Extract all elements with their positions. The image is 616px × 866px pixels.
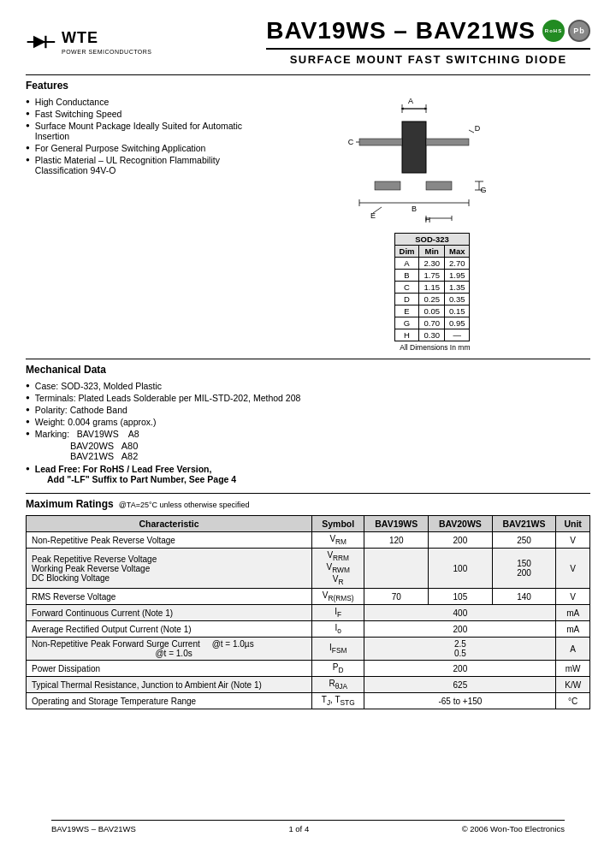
row-vrrm: Peak Repetitive Reverse VoltageWorking P…	[27, 549, 590, 589]
footer-right: © 2006 Won-Too Electronics	[462, 824, 565, 833]
col-characteristic: Characteristic	[27, 516, 312, 532]
features-list: High Conductance Fast Switching Speed Su…	[26, 97, 265, 175]
dim-col-dim: Dim	[394, 246, 419, 258]
col-bav19ws: BAV19WS	[364, 516, 429, 532]
row-ifsm: Non-Repetitive Peak Forward Surge Curren…	[27, 638, 590, 661]
char-vrrm: Peak Repetitive Reverse VoltageWorking P…	[27, 549, 312, 589]
feature-item-3: Surface Mount Package Ideally Suited for…	[26, 121, 265, 141]
dim-row-C: C1.151.35	[394, 282, 470, 294]
logo-arrow-icon	[26, 30, 56, 54]
mech-item-polarity: Polarity: Cathode Band	[26, 405, 368, 415]
mech-item-terminals: Terminals: Plated Leads Solderable per M…	[26, 393, 368, 403]
feature-item-1: High Conductance	[26, 97, 265, 107]
ratings-divider	[26, 493, 590, 494]
mech-title: Mechanical Data	[26, 364, 590, 377]
feature-item-4: For General Purpose Switching Applicatio…	[26, 143, 265, 153]
dimension-table: SOD-323 Dim Min Max A2.302.70	[394, 233, 471, 341]
product-subtitle: SURFACE MOUNT FAST SWITCHING DIODE	[266, 48, 590, 66]
logo-text-block: WTE POWER SEMICONDUCTORS	[62, 29, 152, 55]
sym-vrms: VR(RMS)	[311, 589, 364, 605]
ratings-table: Characteristic Symbol BAV19WS BAV20WS BA…	[26, 515, 590, 709]
sym-if: IF	[311, 605, 364, 621]
svg-line-24	[373, 207, 382, 213]
dim-row-A: A2.302.70	[394, 258, 470, 270]
ratings-title: Maximum Ratings @TA=25°C unless otherwis…	[26, 498, 590, 510]
features-title: Features	[26, 80, 265, 93]
logo-name: WTE	[62, 29, 152, 47]
mech-item-marking: Marking: BAV19WS A8	[26, 429, 368, 439]
svg-text:C: C	[348, 138, 354, 146]
col-bav21ws: BAV21WS	[492, 516, 556, 532]
dim-row-G: G0.700.95	[394, 317, 470, 329]
features-column: Features High Conductance Fast Switching…	[26, 80, 265, 352]
sym-rthja: RθJA	[311, 677, 364, 693]
row-pd: Power Dissipation PD 200 mW	[27, 661, 590, 677]
svg-rect-8	[426, 181, 452, 190]
part-number-title: BAV19WS – BAV21WS RoHS Pb	[266, 17, 590, 44]
svg-marker-1	[33, 35, 45, 47]
row-rthja: Typical Thermal Resistance, Junction to …	[27, 677, 590, 693]
features-mech-layout: Features High Conductance Fast Switching…	[26, 80, 590, 352]
company-logo: WTE POWER SEMICONDUCTORS	[26, 29, 152, 55]
sym-vrrm: VRRMVRWMVR	[311, 549, 364, 589]
row-vrms: RMS Reverse Voltage VR(RMS) 70 105 140 V	[27, 589, 590, 605]
dim-row-B: B1.751.95	[394, 270, 470, 282]
footer-center: 1 of 4	[288, 824, 309, 833]
char-temp: Operating and Storage Temperature Range	[27, 693, 312, 709]
dim-row-D: D0.250.35	[394, 294, 470, 305]
sym-pd: PD	[311, 661, 364, 677]
svg-text:B: B	[412, 205, 417, 213]
svg-rect-5	[359, 139, 402, 145]
char-io: Average Rectified Output Current (Note 1…	[27, 621, 312, 638]
char-if: Forward Continuous Current (Note 1)	[27, 605, 312, 621]
mech-item-case: Case: SOD-323, Molded Plastic	[26, 381, 368, 391]
mech-item-leadfree: Lead Free: For RoHS / Lead Free Version,…	[26, 464, 368, 484]
mech-item-weight: Weight: 0.004 grams (approx.)	[26, 417, 368, 427]
svg-rect-4	[402, 122, 426, 173]
col-bav20ws: BAV20WS	[429, 516, 493, 532]
marking-bav20: BAV20WS A80	[26, 441, 590, 451]
char-vrms: RMS Reverse Voltage	[27, 589, 312, 605]
package-diagram: A B C D E G	[334, 83, 530, 224]
mech-list: Case: SOD-323, Molded Plastic Terminals:…	[26, 381, 368, 441]
svg-text:A: A	[408, 97, 413, 105]
char-rthja: Typical Thermal Resistance, Junction to …	[27, 677, 312, 693]
dim-note: All Dimensions In mm	[394, 343, 471, 352]
sym-io: Io	[311, 621, 364, 638]
dim-row-E: E0.050.15	[394, 305, 470, 317]
mech-divider	[26, 359, 590, 359]
ratings-subtitle: @TA=25°C unless otherwise specified	[119, 501, 250, 509]
dim-col-min: Min	[419, 246, 445, 258]
marking-bav21: BAV21WS A82	[26, 451, 590, 461]
diagram-area: A B C D E G	[274, 80, 590, 352]
page-header: WTE POWER SEMICONDUCTORS BAV19WS – BAV21…	[26, 17, 590, 66]
rohs-badge: RoHS	[542, 20, 565, 42]
mech-lead-free: Lead Free: For RoHS / Lead Free Version,…	[26, 464, 368, 484]
dim-row-H: H0.30—	[394, 329, 470, 341]
svg-text:D: D	[475, 124, 481, 133]
logo-subtitle: POWER SEMICONDUCTORS	[62, 49, 152, 55]
svg-text:E: E	[370, 211, 376, 220]
max-ratings-section: Maximum Ratings @TA=25°C unless otherwis…	[26, 493, 590, 709]
col-unit: Unit	[556, 516, 590, 532]
row-temp: Operating and Storage Temperature Range …	[27, 693, 590, 709]
dim-col-max: Max	[444, 246, 470, 258]
footer-left: BAV19WS – BAV21WS	[51, 824, 136, 833]
col-symbol: Symbol	[311, 516, 364, 532]
sym-ifsm: IFSM	[311, 638, 364, 661]
char-pd: Power Dissipation	[27, 661, 312, 677]
features-divider	[26, 74, 590, 75]
feature-item-5: Plastic Material – UL Recognition Flamma…	[26, 155, 265, 175]
svg-line-22	[469, 130, 474, 133]
char-ifsm: Non-Repetitive Peak Forward Surge Curren…	[27, 638, 312, 661]
row-vrm: Non-Repetitive Peak Reverse Voltage VRM …	[27, 532, 590, 549]
svg-rect-7	[375, 181, 400, 190]
row-if: Forward Continuous Current (Note 1) IF 4…	[27, 605, 590, 621]
dim-package-header: SOD-323	[394, 234, 470, 246]
feature-item-2: Fast Switching Speed	[26, 109, 265, 119]
char-vrm: Non-Repetitive Peak Reverse Voltage	[27, 532, 312, 549]
page-footer: BAV19WS – BAV21WS 1 of 4 © 2006 Won-Too …	[51, 820, 565, 833]
sym-temp: TJ, TSTG	[311, 693, 364, 709]
pb-badge: Pb	[568, 20, 590, 42]
svg-rect-6	[426, 139, 469, 145]
